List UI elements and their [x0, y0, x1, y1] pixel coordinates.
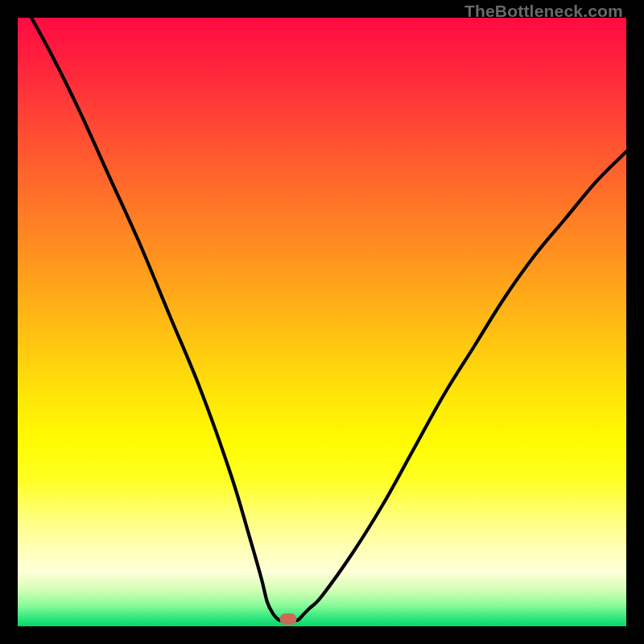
chart-frame: TheBottleneck.com — [0, 0, 644, 644]
bottleneck-curve — [18, 18, 626, 626]
minimum-marker — [280, 613, 297, 625]
plot-area — [18, 18, 626, 626]
